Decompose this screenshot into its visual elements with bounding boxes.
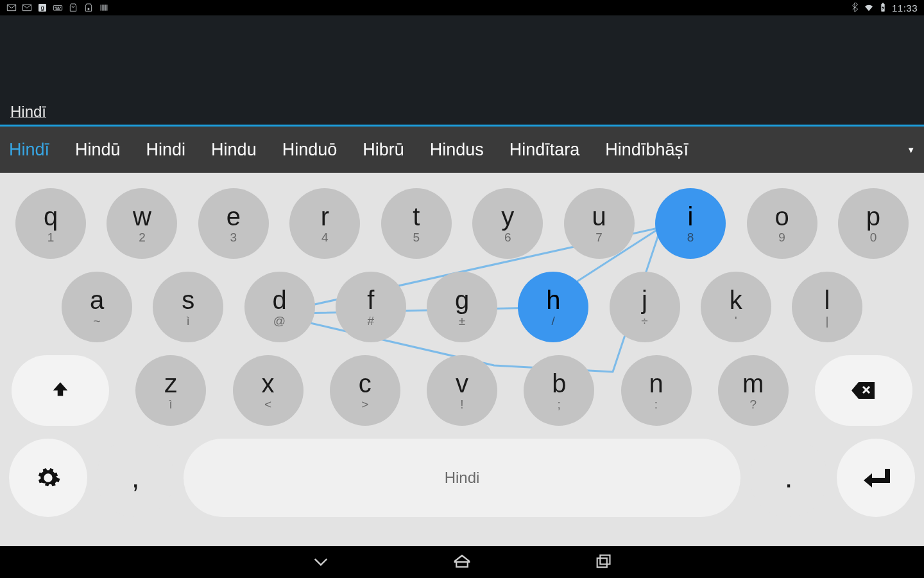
bluetooth-icon <box>850 3 860 13</box>
nav-home-button[interactable] <box>449 549 475 575</box>
nav-back-button[interactable] <box>308 549 334 575</box>
key-x[interactable]: x< <box>233 355 304 426</box>
suggestion-1[interactable]: Hindū <box>75 140 121 160</box>
keyboard-row-3: zì x< c> v! b; n: m? <box>0 355 924 426</box>
screen: g 11:33 Hindī Hindī Hindū Hindi Hindu Hi… <box>0 0 924 578</box>
key-u[interactable]: u7 <box>564 188 635 259</box>
nav-recent-button[interactable] <box>590 549 616 575</box>
key-t[interactable]: t5 <box>381 188 452 259</box>
gear-icon <box>35 465 61 491</box>
svg-rect-15 <box>597 558 607 567</box>
svg-rect-10 <box>103 4 104 10</box>
settings-key[interactable] <box>9 439 87 517</box>
suggestion-strip: Hindī Hindū Hindi Hindu Hinduō Hibrū Hin… <box>0 127 924 173</box>
key-z[interactable]: zì <box>135 355 206 426</box>
comma-key[interactable]: , <box>96 439 175 517</box>
backspace-key[interactable] <box>815 355 912 426</box>
key-p[interactable]: p0 <box>838 188 909 259</box>
svg-rect-7 <box>56 8 60 9</box>
svg-rect-8 <box>101 4 101 10</box>
keyboard-row-1: q1 w2 e3 r4 t5 y6 u7 i8 o9 p0 <box>0 188 924 259</box>
key-m[interactable]: m? <box>718 355 789 426</box>
status-left: g <box>6 3 109 13</box>
wifi-icon <box>864 3 874 13</box>
status-right: 11:33 <box>850 3 918 13</box>
key-l[interactable]: l| <box>792 272 862 342</box>
suggestion-2[interactable]: Hindi <box>146 140 186 160</box>
svg-rect-14 <box>882 3 884 4</box>
key-s[interactable]: sì <box>153 272 223 342</box>
svg-rect-12 <box>107 4 107 10</box>
keyboard-icon <box>53 3 63 13</box>
suggestion-7[interactable]: Hindītara <box>509 140 580 160</box>
period-key[interactable]: . <box>749 439 828 517</box>
shopping-icon <box>68 3 78 13</box>
key-a[interactable]: a~ <box>62 272 132 342</box>
home-icon <box>452 552 472 572</box>
keyboard-row-2: a~ sì d@ f# g± h/ j÷ k' l| <box>0 272 924 342</box>
key-b[interactable]: b; <box>524 355 594 426</box>
svg-rect-6 <box>60 7 60 8</box>
keyboard: q1 w2 e3 r4 t5 y6 u7 i8 o9 p0 a~ sì d@ f… <box>0 173 924 546</box>
shift-key[interactable] <box>12 355 109 426</box>
space-key[interactable]: Hindi <box>184 439 740 517</box>
key-j[interactable]: j÷ <box>610 272 680 342</box>
key-g[interactable]: g± <box>427 272 497 342</box>
barcode-icon <box>99 3 109 13</box>
key-i[interactable]: i8 <box>655 188 726 259</box>
key-w[interactable]: w2 <box>107 188 177 259</box>
typed-text: Hindī <box>10 103 46 121</box>
svg-rect-3 <box>55 7 55 8</box>
svg-rect-9 <box>102 4 103 10</box>
suggestion-3[interactable]: Hindu <box>211 140 257 160</box>
suggestion-5[interactable]: Hibrū <box>363 140 404 160</box>
keyboard-row-4: , Hindi . <box>0 439 924 517</box>
enter-icon <box>862 466 890 489</box>
backspace-icon <box>851 381 877 400</box>
key-r[interactable]: r4 <box>289 188 360 259</box>
clock-text: 11:33 <box>892 3 918 13</box>
suggestion-8[interactable]: Hindībhāṣī <box>605 139 689 160</box>
key-h[interactable]: h/ <box>518 272 588 342</box>
suggestion-0[interactable]: Hindī <box>9 140 49 160</box>
navigation-bar <box>0 546 924 578</box>
gmail-icon <box>6 3 17 13</box>
chevron-down-icon <box>312 553 330 571</box>
key-d[interactable]: d@ <box>244 272 315 342</box>
svg-rect-16 <box>600 556 610 565</box>
play-store-icon <box>83 3 94 13</box>
suggestion-6[interactable]: Hindus <box>430 140 484 160</box>
google-plus-icon: g <box>37 3 47 13</box>
text-editor-area[interactable]: Hindī <box>0 15 924 125</box>
battery-charging-icon <box>878 3 888 13</box>
key-o[interactable]: o9 <box>747 188 817 259</box>
shift-icon <box>49 380 71 401</box>
svg-rect-4 <box>56 7 57 8</box>
key-c[interactable]: c> <box>330 355 400 426</box>
gmail-icon-2 <box>22 3 32 13</box>
key-n[interactable]: n: <box>621 355 692 426</box>
svg-rect-5 <box>58 7 59 8</box>
svg-text:g: g <box>40 4 44 11</box>
enter-key[interactable] <box>837 439 915 517</box>
status-bar: g 11:33 <box>0 0 924 15</box>
suggestion-4[interactable]: Hinduō <box>282 140 338 160</box>
key-y[interactable]: y6 <box>472 188 543 259</box>
svg-rect-11 <box>105 4 106 10</box>
recent-apps-icon <box>594 553 612 571</box>
key-q[interactable]: q1 <box>15 188 86 259</box>
svg-rect-2 <box>53 6 62 10</box>
key-v[interactable]: v! <box>427 355 497 426</box>
expand-suggestions-icon[interactable]: ▼ <box>907 145 915 155</box>
key-k[interactable]: k' <box>701 272 771 342</box>
key-e[interactable]: e3 <box>198 188 269 259</box>
key-f[interactable]: f# <box>336 272 406 342</box>
